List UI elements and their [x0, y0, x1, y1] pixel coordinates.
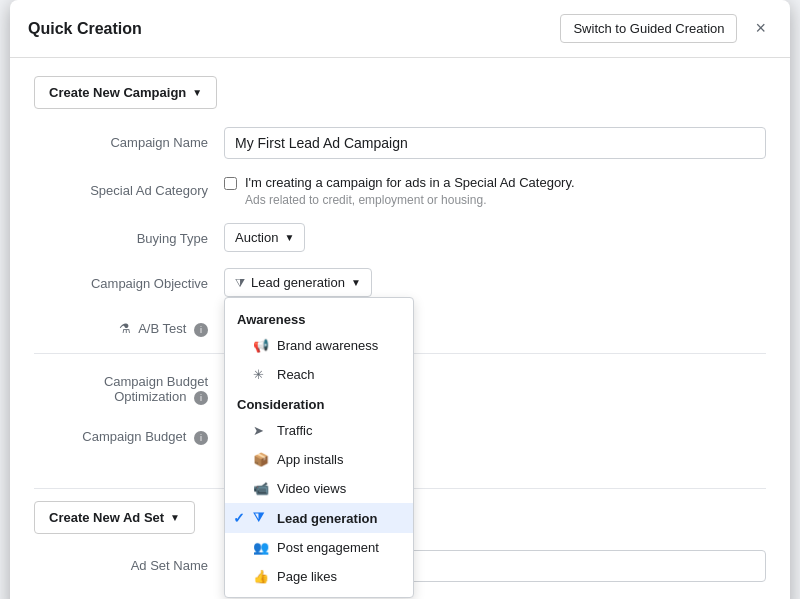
app-installs-item[interactable]: 📦 App installs [225, 445, 413, 474]
campaign-objective-area: ⧩ Lead generation ▼ Awareness 📢 Brand aw… [224, 268, 766, 297]
special-ad-label: Special Ad Category [34, 175, 224, 198]
quick-creation-modal: Quick Creation Switch to Guided Creation… [10, 0, 790, 599]
special-ad-subtext: Ads related to credit, employment or hou… [245, 193, 575, 207]
app-installs-icon: 📦 [253, 452, 269, 467]
reach-item[interactable]: ✳ Reach [225, 360, 413, 389]
lead-generation-item[interactable]: ✓ ⧩ Lead generation [225, 503, 413, 533]
campaign-caret-icon: ▼ [192, 87, 202, 98]
objective-caret: ▼ [351, 277, 361, 288]
objective-dropdown-menu: Awareness 📢 Brand awareness ✳ Reach Cons… [224, 297, 414, 598]
objective-filter-icon: ⧩ [235, 276, 245, 290]
budget-info-icon[interactable]: i [194, 431, 208, 445]
create-ad-set-button[interactable]: Create New Ad Set ▼ [34, 501, 195, 534]
buying-type-value: Auction [235, 230, 278, 245]
ab-flask-icon: ⚗ [119, 321, 131, 336]
traffic-icon: ➤ [253, 423, 269, 438]
create-campaign-label: Create New Campaign [49, 85, 186, 100]
ab-test-info-icon[interactable]: i [194, 323, 208, 337]
switch-to-guided-btn[interactable]: Switch to Guided Creation [560, 14, 737, 43]
post-engagement-item[interactable]: 👥 Post engagement [225, 533, 413, 562]
objective-dropdown-btn[interactable]: ⧩ Lead generation ▼ [224, 268, 372, 297]
campaign-objective-row: Campaign Objective ⧩ Lead generation ▼ A… [34, 268, 766, 297]
page-likes-label: Page likes [277, 569, 337, 584]
post-engagement-label: Post engagement [277, 540, 379, 555]
special-ad-area: I'm creating a campaign for ads in a Spe… [224, 175, 766, 207]
close-button[interactable]: × [749, 16, 772, 41]
traffic-label: Traffic [277, 423, 312, 438]
campaign-name-row: Campaign Name ◀ [34, 127, 766, 159]
campaign-name-label: Campaign Name [34, 127, 224, 150]
buying-type-caret: ▼ [284, 232, 294, 243]
special-ad-row: Special Ad Category I'm creating a campa… [34, 175, 766, 207]
modal-body: Create New Campaign ▼ Campaign Name ◀ Sp… [10, 58, 790, 599]
buying-type-row: Buying Type Auction ▼ [34, 223, 766, 252]
special-ad-checkbox[interactable] [224, 177, 237, 190]
page-likes-item[interactable]: 👍 Page likes [225, 562, 413, 591]
special-ad-text: I'm creating a campaign for ads in a Spe… [245, 175, 575, 190]
campaign-objective-label: Campaign Objective [34, 268, 224, 291]
campaign-name-area: ◀ [224, 127, 766, 159]
app-installs-label: App installs [277, 452, 343, 467]
adset-caret-icon: ▼ [170, 512, 180, 523]
modal-header: Quick Creation Switch to Guided Creation… [10, 0, 790, 58]
video-views-icon: 📹 [253, 481, 269, 496]
brand-awareness-icon: 📢 [253, 338, 269, 353]
video-views-label: Video views [277, 481, 346, 496]
lead-generation-label: Lead generation [277, 511, 377, 526]
awareness-header: Awareness [225, 304, 413, 331]
buying-type-dropdown[interactable]: Auction ▼ [224, 223, 305, 252]
buying-type-area: Auction ▼ [224, 223, 766, 252]
lead-gen-icon: ⧩ [253, 510, 269, 526]
brand-awareness-item[interactable]: 📢 Brand awareness [225, 331, 413, 360]
modal-title: Quick Creation [28, 20, 142, 38]
objective-value: Lead generation [251, 275, 345, 290]
objective-wrapper: ⧩ Lead generation ▼ Awareness 📢 Brand aw… [224, 268, 372, 297]
budget-opt-label: Campaign Budget Optimization i [34, 366, 224, 405]
top-actions: Create New Campaign ▼ [34, 76, 766, 109]
campaign-name-input[interactable] [224, 127, 766, 159]
reach-label: Reach [277, 367, 315, 382]
create-campaign-button[interactable]: Create New Campaign ▼ [34, 76, 217, 109]
page-likes-icon: 👍 [253, 569, 269, 584]
post-engagement-icon: 👥 [253, 540, 269, 555]
reach-icon: ✳ [253, 367, 269, 382]
lead-gen-check: ✓ [233, 510, 245, 526]
adset-name-label: Ad Set Name [34, 550, 224, 573]
ab-test-label: ⚗ A/B Test i [34, 313, 224, 337]
traffic-item[interactable]: ➤ Traffic [225, 416, 413, 445]
budget-opt-info-icon[interactable]: i [194, 391, 208, 405]
create-adset-wrapper: ◀ Create New Ad Set ▼ [34, 501, 195, 534]
brand-awareness-label: Brand awareness [277, 338, 378, 353]
header-actions: Switch to Guided Creation × [560, 14, 772, 43]
consideration-header: Consideration [225, 389, 413, 416]
buying-type-label: Buying Type [34, 223, 224, 246]
video-views-item[interactable]: 📹 Video views [225, 474, 413, 503]
create-ad-set-label: Create New Ad Set [49, 510, 164, 525]
budget-label: Campaign Budget i [34, 421, 224, 445]
